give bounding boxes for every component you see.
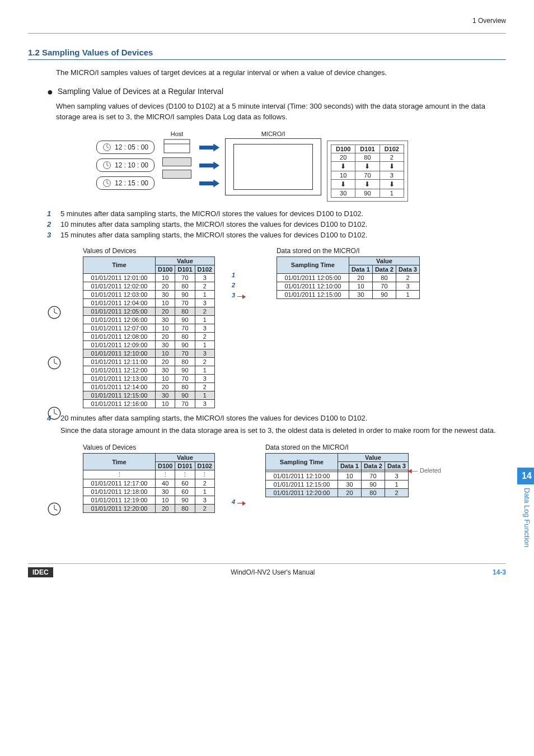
- deleted-callout: ◀—Deleted: [407, 466, 441, 474]
- svg-line-13: [54, 312, 57, 314]
- table-row: 01/01/2011 12:12:0030901: [83, 366, 215, 374]
- table-row: 01/01/2011 12:13:0010703: [83, 374, 215, 382]
- clock-time-2: 12 : 10 : 00: [96, 158, 154, 172]
- footer-title: WindO/I-NV2 User's Manual: [231, 568, 315, 576]
- host-icon: [160, 138, 194, 179]
- svg-line-5: [107, 165, 109, 166]
- subheading-1: ● Sampling Value of Devices at a Regular…: [47, 86, 506, 98]
- microi-label: MICRO/I: [261, 130, 285, 137]
- chapter-name: Data Log Function: [523, 488, 531, 547]
- arrow-icon: [199, 180, 219, 188]
- svg-rect-9: [164, 139, 190, 153]
- clock-time-3: 12 : 15 : 00: [96, 176, 154, 190]
- step-3: 315 minutes after data sampling starts, …: [47, 231, 506, 239]
- arrow-icon: [199, 162, 219, 170]
- clock-icon: [47, 406, 62, 421]
- table-row: 01/01/2011 12:14:0020802: [83, 382, 215, 391]
- clock-icon: [47, 305, 62, 320]
- subheading-1-text: Sampling Value of Devices at a Regular I…: [58, 87, 223, 96]
- table-row: 01/01/2011 12:17:0040602: [83, 479, 215, 488]
- chapter-tab: 14 Data Log Function: [519, 468, 534, 563]
- brand-logo: IDEC: [28, 567, 53, 577]
- right-caption-2: Data stored on the MICRO/I: [265, 444, 409, 451]
- svg-line-16: [54, 363, 57, 364]
- step-1: 15 minutes after data sampling starts, t…: [47, 209, 506, 218]
- svg-line-22: [54, 509, 57, 510]
- sampling-diagram: 12 : 05 : 00 12 : 10 : 00 12 : 15 : 00 H…: [96, 130, 466, 202]
- svg-line-19: [54, 413, 57, 414]
- step-4-note: Since the data storage amount in the dat…: [60, 426, 506, 436]
- step-2: 210 minutes after data sampling starts, …: [47, 220, 506, 228]
- chapter-number: 14: [517, 468, 534, 484]
- left-caption-2: Values of Devices: [83, 444, 215, 451]
- host-label: Host: [171, 130, 184, 137]
- intro-text: The MICRO/I samples values of target dev…: [56, 68, 506, 78]
- device-values-box: D100D101D102 20802 ⬇⬇⬇ 10703 ⬇⬇⬇ 30901: [327, 141, 408, 202]
- table-row: ⋮⋮⋮⋮: [83, 470, 215, 479]
- step-4: 420 minutes after data sampling starts, …: [47, 414, 506, 422]
- table-row: 01/01/2011 12:15:0030901: [265, 480, 408, 489]
- table-block-1: Values of Devices TimeValue D100D101D102…: [50, 247, 506, 408]
- table-row: 01/01/2011 12:15:0030901: [277, 290, 419, 298]
- left-caption: Values of Devices: [83, 247, 215, 255]
- clock-time-1: 12 : 05 : 00: [96, 141, 154, 154]
- svg-line-8: [107, 183, 109, 184]
- table-row: 01/01/2011 12:20:0020802: [83, 505, 215, 513]
- clock-icon: [102, 143, 111, 152]
- table-row: 01/01/2011 12:10:0010703: [83, 349, 215, 357]
- table-row: 01/01/2011 12:19:0010903: [83, 496, 215, 505]
- clock-icon: [102, 161, 111, 170]
- table-row: 01/01/2011 12:01:0010703: [83, 273, 215, 282]
- table-row: 01/01/2011 12:08:0020802: [83, 332, 215, 340]
- header-section: 1 Overview: [28, 17, 506, 25]
- clock-icon: [47, 356, 62, 370]
- bullet-icon: ●: [47, 86, 53, 97]
- table-row: 01/01/2011 12:05:0020802: [277, 273, 419, 282]
- table-row: 01/01/2011 12:02:0020802: [83, 282, 215, 290]
- table-row: 01/01/2011 12:05:0020802: [83, 307, 215, 315]
- table-block-2: Values of Devices TimeValue D100D101D102…: [50, 444, 506, 513]
- page-footer: IDEC WindO/I-NV2 User's Manual 14-3: [28, 563, 506, 577]
- section-title: 1.2 Sampling Values of Devices: [28, 48, 506, 60]
- table-row: 01/01/2011 12:06:0030901: [83, 315, 215, 324]
- table-row: 01/01/2011 12:15:0030901: [83, 391, 215, 399]
- clock-icon: [102, 179, 111, 188]
- table-row: 01/01/2011 12:09:0030901: [83, 340, 215, 349]
- table-row: 01/01/2011 12:11:0020802: [83, 357, 215, 366]
- clock-icon: [47, 502, 62, 516]
- table-row: 01/01/2011 12:10:0010703: [265, 472, 408, 480]
- table-row: 01/01/2011 12:16:0010703: [83, 399, 215, 408]
- right-caption: Data stored on the MICRO/I: [277, 247, 420, 255]
- table-row: 01/01/2011 12:07:0010703: [83, 324, 215, 332]
- arrow-icon: [199, 144, 219, 152]
- svg-line-2: [107, 147, 109, 148]
- sub1-text: When sampling values of devices (D100 to…: [56, 101, 506, 123]
- table-row: 01/01/2011 12:10:0010703: [277, 282, 419, 290]
- table-row: 01/01/2011 12:03:0030901: [83, 290, 215, 298]
- table-row: 01/01/2011 12:18:0030601: [83, 488, 215, 496]
- microi-device-icon: [225, 138, 321, 195]
- page-number: 14-3: [493, 568, 506, 576]
- table-row: 01/01/2011 12:20:0020802: [265, 489, 408, 497]
- table-row: 01/01/2011 12:04:0010703: [83, 298, 215, 307]
